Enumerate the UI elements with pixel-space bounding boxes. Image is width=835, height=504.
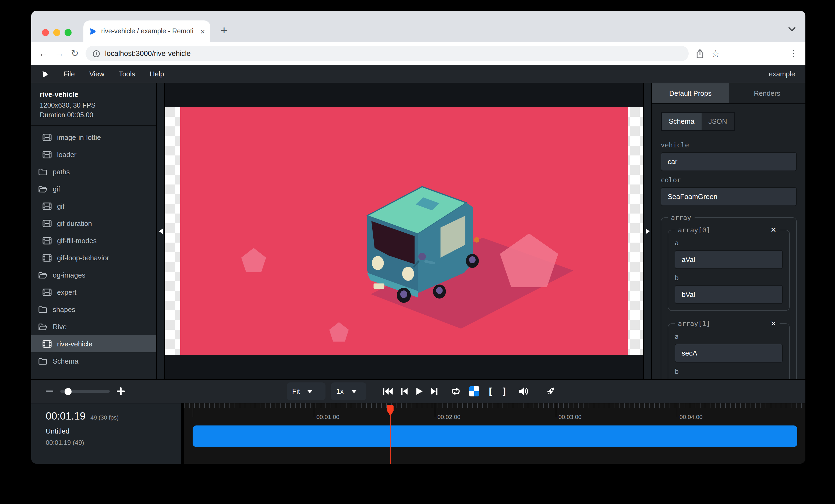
screen: rive-vehicle / example - Remoti × + ← → … xyxy=(0,0,835,504)
sidebar-item-Schema[interactable]: Schema xyxy=(31,352,156,370)
remotion-logo-icon[interactable] xyxy=(41,70,49,78)
folder-open-icon xyxy=(38,185,47,193)
menu-item-tools[interactable]: Tools xyxy=(119,70,135,78)
sidebar-item-label: og-images xyxy=(53,271,85,279)
tab-search-chevron-icon[interactable] xyxy=(788,27,796,32)
browser-menu-icon[interactable]: ⋮ xyxy=(789,48,798,59)
sidebar-item-paths[interactable]: paths xyxy=(31,163,156,180)
sidebar-item-label: gif-loop-behavior xyxy=(57,254,109,262)
play-icon[interactable] xyxy=(416,387,423,395)
menu-item-file[interactable]: File xyxy=(63,70,75,78)
collapse-right-icon[interactable] xyxy=(646,229,649,234)
ruler-tick-label: 00:02.00 xyxy=(437,414,461,420)
timeline-ruler[interactable]: 00:01.00 00:02.00 00:03.00 00:04.00 xyxy=(184,403,806,425)
toggle-schema[interactable]: Schema xyxy=(662,113,701,130)
project-info: rive-vehicle 1200x630, 30 FPS Duration 0… xyxy=(31,83,156,126)
vehicle-illustration xyxy=(180,107,628,355)
minimize-window-button[interactable] xyxy=(53,29,60,36)
tab-default-props[interactable]: Default Props xyxy=(652,83,729,103)
prop-field-input[interactable]: bVal xyxy=(675,285,783,304)
back-icon[interactable]: ← xyxy=(39,49,48,58)
sidebar-item-og-images[interactable]: og-images xyxy=(31,266,156,284)
film-icon xyxy=(42,150,52,159)
menu-item-help[interactable]: Help xyxy=(150,70,164,78)
film-icon xyxy=(42,133,52,141)
props-panel-body: SchemaJSON vehicle car color SeaFoamGree… xyxy=(652,104,806,379)
lottie-animation-frame xyxy=(180,107,628,355)
tab-renders[interactable]: Renders xyxy=(729,83,806,103)
sidebar-item-label: gif xyxy=(53,185,60,193)
sidebar-item-rive-vehicle[interactable]: rive-vehicle xyxy=(31,335,156,352)
color-input[interactable]: SeaFoamGreen xyxy=(661,187,797,206)
sidebar-item-label: gif xyxy=(57,202,64,210)
ruler-second-tick: 00:04.00 xyxy=(677,403,677,417)
sidebar-item-gif[interactable]: gif xyxy=(31,197,156,215)
sidebar-item-label: gif-fill-modes xyxy=(57,236,97,245)
sidebar-item-Rive[interactable]: Rive xyxy=(31,318,156,335)
sidebar-item-gif-fill-modes[interactable]: gif-fill-modes xyxy=(31,232,156,249)
remove-array-item-button[interactable]: ✕ xyxy=(770,320,776,327)
collapse-left-icon[interactable] xyxy=(159,229,162,234)
prop-field-input[interactable]: aVal xyxy=(675,250,783,269)
next-frame-icon[interactable] xyxy=(431,387,438,395)
array-item: array[1] ✕ a secA b xyxy=(668,319,790,379)
color-field-label: color xyxy=(661,176,797,184)
transparency-checkerboard-icon[interactable] xyxy=(469,386,480,396)
out-point-icon[interactable]: ] xyxy=(502,386,507,397)
vehicle-input[interactable]: car xyxy=(661,152,797,171)
toggle-json[interactable]: JSON xyxy=(701,113,734,130)
track-name: Untitled xyxy=(46,427,181,435)
bookmark-star-icon[interactable]: ☆ xyxy=(711,49,720,58)
sidebar-item-label: shapes xyxy=(53,305,75,313)
browser-tab-strip: rive-vehicle / example - Remoti × + xyxy=(31,11,806,42)
array-item: array[0] ✕ a aVal b bVal xyxy=(668,226,790,311)
share-icon[interactable] xyxy=(696,49,704,58)
app-menu-bar: FileViewToolsHelp example xyxy=(31,65,806,83)
zoom-slider-knob[interactable] xyxy=(65,388,72,395)
timeline-zoom-control xyxy=(46,380,125,403)
previous-frame-icon[interactable] xyxy=(401,387,408,395)
compositions-sidebar: rive-vehicle 1200x630, 30 FPS Duration 0… xyxy=(31,83,156,379)
sidebar-item-gif-loop-behavior[interactable]: gif-loop-behavior xyxy=(31,249,156,266)
left-panel-collapse-gutter[interactable] xyxy=(156,83,165,379)
in-point-icon[interactable]: [ xyxy=(487,386,493,397)
site-info-icon[interactable] xyxy=(93,50,100,57)
playback-speed-dropdown[interactable]: 1x xyxy=(331,382,366,400)
reload-icon[interactable]: ↻ xyxy=(71,49,79,58)
sidebar-item-expert[interactable]: expert xyxy=(31,284,156,301)
zoom-in-icon[interactable] xyxy=(117,387,125,395)
playhead[interactable] xyxy=(387,404,394,419)
browser-tab[interactable]: rive-vehicle / example - Remoti × xyxy=(83,20,210,42)
remove-array-item-button[interactable]: ✕ xyxy=(770,227,776,233)
loop-icon[interactable] xyxy=(450,387,461,396)
prop-field-input[interactable]: secA xyxy=(675,344,783,362)
folder-icon xyxy=(38,357,47,365)
new-tab-button[interactable]: + xyxy=(221,25,228,37)
film-icon xyxy=(42,340,52,348)
playhead-pin-icon[interactable] xyxy=(387,404,394,416)
fit-dropdown[interactable]: Fit xyxy=(287,382,326,400)
zoom-window-button[interactable] xyxy=(65,29,72,36)
address-bar[interactable]: localhost:3000/rive-vehicle xyxy=(86,46,689,61)
volume-icon[interactable] xyxy=(518,387,529,396)
menu-item-view[interactable]: View xyxy=(89,70,104,78)
composition-list: image-in-lottie loader paths gif gif xyxy=(31,126,156,370)
sidebar-item-shapes[interactable]: shapes xyxy=(31,301,156,318)
right-panel-collapse-gutter[interactable] xyxy=(643,83,652,379)
ruler-tick-label: 00:01.00 xyxy=(317,414,340,420)
sidebar-item-image-in-lottie[interactable]: image-in-lottie xyxy=(31,129,156,146)
zoom-slider[interactable] xyxy=(60,390,110,393)
tab-close-icon[interactable]: × xyxy=(200,27,205,35)
skip-to-start-icon[interactable] xyxy=(383,387,393,395)
ruler-tick-label: 00:04.00 xyxy=(679,414,702,420)
sidebar-item-gif-duration[interactable]: gif-duration xyxy=(31,215,156,232)
sidebar-item-loader[interactable]: loader xyxy=(31,146,156,163)
zoom-out-icon[interactable] xyxy=(46,391,53,392)
timeline-tracks[interactable]: 00:01.00 00:02.00 00:03.00 00:04.00 xyxy=(184,403,806,464)
sidebar-item-gif[interactable]: gif xyxy=(31,180,156,197)
render-rocket-icon[interactable] xyxy=(545,386,555,396)
current-frame-info: 49 (30 fps) xyxy=(90,414,119,421)
close-window-button[interactable] xyxy=(42,29,49,36)
sidebar-item-label: loader xyxy=(57,150,76,159)
timeline-clip-bar[interactable] xyxy=(192,425,797,447)
